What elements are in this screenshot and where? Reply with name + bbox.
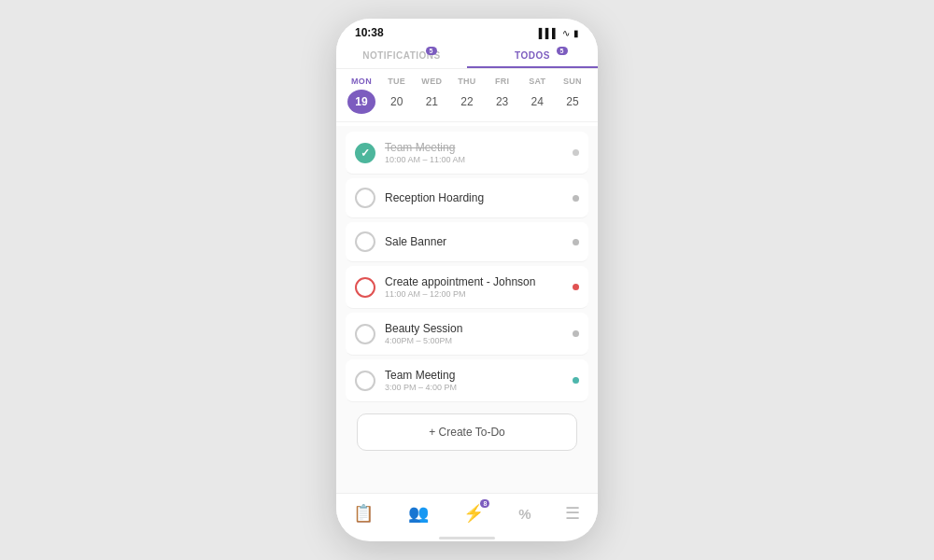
todo-checkbox-6[interactable] — [355, 371, 375, 391]
tasks-icon: 📋 — [353, 503, 374, 524]
todos-badge: 5 — [557, 47, 568, 55]
todo-dot-6 — [573, 377, 579, 384]
nav-tasks[interactable]: 📋 — [346, 501, 381, 525]
todo-checkbox-3[interactable] — [355, 231, 375, 252]
day-header-tue: TUE — [383, 77, 411, 86]
todo-title-3: Sale Banner — [385, 235, 567, 248]
todo-item-6[interactable]: Team Meeting3:00 PM – 4:00 PM — [346, 359, 588, 402]
todo-title-5: Beauty Session — [385, 322, 567, 335]
divider — [336, 121, 598, 122]
calendar-row: MON TUE WED THU FRI SAT SUN 19 20 21 22 … — [336, 69, 598, 118]
day-22[interactable]: 22 — [453, 90, 481, 114]
todo-checkbox-1[interactable] — [355, 143, 375, 163]
bottom-nav: 📋 👥 ⚡ 8 % ☰ — [336, 493, 598, 535]
todo-content-1: Team Meeting10:00 AM – 11:00 AM — [385, 141, 567, 164]
todo-dot-3 — [573, 239, 579, 245]
menu-icon: ☰ — [565, 503, 580, 524]
tab-todos[interactable]: TODOS 5 — [467, 43, 598, 68]
day-21[interactable]: 21 — [417, 90, 446, 114]
status-time: 10:38 — [355, 26, 384, 39]
create-todo-button[interactable]: + Create To-Do — [357, 413, 577, 451]
todo-item-3[interactable]: Sale Banner — [346, 222, 588, 262]
todo-item-2[interactable]: Reception Hoarding — [346, 178, 588, 218]
todo-title-1: Team Meeting — [385, 141, 567, 154]
todo-dot-4 — [573, 284, 579, 290]
todo-content-5: Beauty Session4:00PM – 5:00PM — [385, 322, 567, 345]
todo-time-5: 4:00PM – 5:00PM — [385, 336, 567, 345]
day-header-fri: FRI — [488, 77, 517, 86]
todo-checkbox-4[interactable] — [355, 277, 375, 298]
reports-icon: % — [518, 506, 531, 522]
activity-badge: 8 — [480, 499, 489, 508]
todo-item-1[interactable]: Team Meeting10:00 AM – 11:00 AM — [346, 132, 588, 175]
day-numbers: 19 20 21 22 23 24 25 — [347, 90, 587, 114]
tabs-row: NOTIFICATIONS 5 TODOS 5 — [336, 43, 598, 69]
contacts-icon: 👥 — [408, 503, 429, 524]
todo-content-4: Create appointment - Johnson11:00 AM – 1… — [385, 275, 567, 299]
phone-frame: 10:38 ▌▌▌ ∿ ▮ NOTIFICATIONS 5 TODOS 5 MO… — [336, 19, 598, 541]
todo-time-6: 3:00 PM – 4:00 PM — [385, 383, 567, 392]
todo-checkbox-5[interactable] — [355, 324, 375, 344]
todo-title-6: Team Meeting — [385, 369, 567, 382]
todo-title-4: Create appointment - Johnson — [385, 275, 567, 288]
status-bar: 10:38 ▌▌▌ ∿ ▮ — [336, 19, 598, 43]
todo-title-2: Reception Hoarding — [385, 191, 567, 204]
status-icons: ▌▌▌ ∿ ▮ — [539, 28, 579, 38]
todo-dot-2 — [573, 195, 579, 202]
nav-menu[interactable]: ☰ — [558, 501, 587, 525]
day-23[interactable]: 23 — [488, 90, 517, 114]
day-header-mon: MON — [347, 77, 375, 86]
tab-notifications[interactable]: NOTIFICATIONS 5 — [336, 43, 467, 68]
day-24[interactable]: 24 — [523, 90, 551, 114]
todo-dot-1 — [573, 149, 579, 156]
todo-content-2: Reception Hoarding — [385, 191, 567, 204]
nav-activity[interactable]: ⚡ 8 — [456, 501, 491, 525]
todo-checkbox-2[interactable] — [355, 188, 375, 208]
todo-time-1: 10:00 AM – 11:00 AM — [385, 155, 567, 164]
todo-item-4[interactable]: Create appointment - Johnson11:00 AM – 1… — [346, 266, 588, 309]
todo-time-4: 11:00 AM – 12:00 PM — [385, 289, 567, 299]
day-header-sun: SUN — [559, 77, 587, 86]
nav-contacts[interactable]: 👥 — [401, 501, 436, 525]
todo-item-5[interactable]: Beauty Session4:00PM – 5:00PM — [346, 313, 588, 356]
day-25[interactable]: 25 — [559, 90, 587, 114]
todo-content-3: Sale Banner — [385, 235, 567, 248]
todo-list-wrapper: Team Meeting10:00 AM – 11:00 AMReception… — [336, 126, 598, 493]
day-20[interactable]: 20 — [383, 90, 411, 114]
notifications-badge: 5 — [426, 47, 437, 55]
scroll-indicator — [439, 537, 495, 539]
day-19[interactable]: 19 — [347, 90, 375, 114]
todo-dot-5 — [573, 330, 579, 337]
nav-reports[interactable]: % — [511, 504, 538, 524]
wifi-icon: ∿ — [562, 28, 570, 38]
day-header-sat: SAT — [523, 77, 551, 86]
battery-icon: ▮ — [573, 28, 579, 38]
day-header-wed: WED — [417, 77, 446, 86]
signal-icon: ▌▌▌ — [539, 28, 559, 38]
todo-content-6: Team Meeting3:00 PM – 4:00 PM — [385, 369, 567, 392]
todo-list: Team Meeting10:00 AM – 11:00 AMReception… — [346, 132, 588, 406]
day-header-thu: THU — [453, 77, 481, 86]
day-headers: MON TUE WED THU FRI SAT SUN — [347, 77, 587, 86]
